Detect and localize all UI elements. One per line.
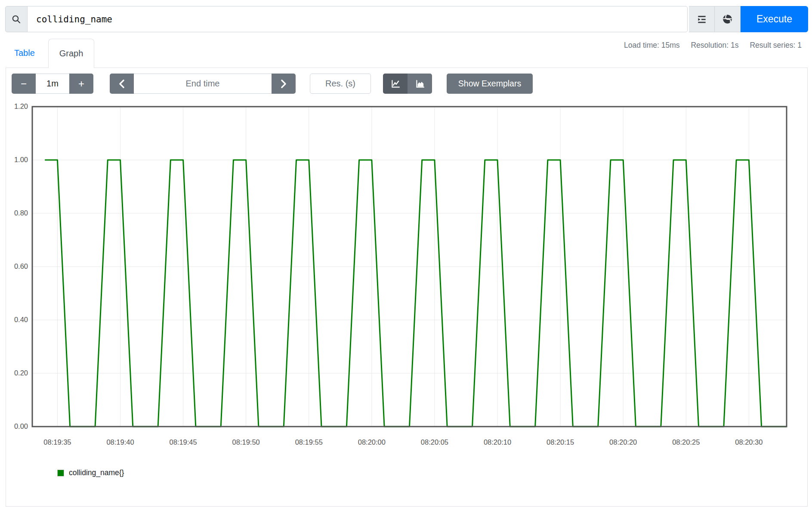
y-axis-tick-label: 1.20 <box>14 102 28 110</box>
x-axis-tick-label: 08:20:20 <box>609 438 637 446</box>
y-axis-tick-label: 0.80 <box>14 209 28 217</box>
time-series-graph[interactable]: 0.000.200.400.600.801.001.2008:19:3508:1… <box>0 0 812 456</box>
x-axis-tick-label: 08:19:55 <box>295 438 323 446</box>
tab-graph[interactable]: Graph <box>48 39 94 68</box>
legend-item[interactable]: colliding_name{} <box>57 468 124 477</box>
y-axis-tick-label: 0.40 <box>14 316 28 323</box>
y-axis-tick-label: 1.00 <box>14 156 28 163</box>
x-axis-tick-label: 08:20:05 <box>421 438 448 446</box>
x-axis-tick-label: 08:20:25 <box>672 438 700 446</box>
x-axis-tick-label: 08:19:35 <box>43 438 71 446</box>
x-axis-tick-label: 08:19:40 <box>106 438 134 446</box>
x-axis-tick-label: 08:19:50 <box>232 438 260 446</box>
x-axis-tick-label: 08:19:45 <box>169 438 197 446</box>
y-axis-tick-label: 0.60 <box>14 262 28 270</box>
x-axis-tick-label: 08:20:15 <box>546 438 574 446</box>
legend-swatch <box>57 470 64 476</box>
y-axis-tick-label: 0.20 <box>14 369 28 377</box>
x-axis-tick-label: 08:20:10 <box>484 438 511 446</box>
y-axis-tick-label: 0.00 <box>14 422 28 430</box>
prometheus-expression-browser: Execute Load time: 15ms Resolution: 1s R… <box>0 0 812 507</box>
series-line <box>45 160 787 427</box>
x-axis-tick-label: 08:20:00 <box>358 438 386 446</box>
legend-series-label: colliding_name{} <box>69 468 124 477</box>
x-axis-tick-label: 08:20:30 <box>735 438 763 446</box>
